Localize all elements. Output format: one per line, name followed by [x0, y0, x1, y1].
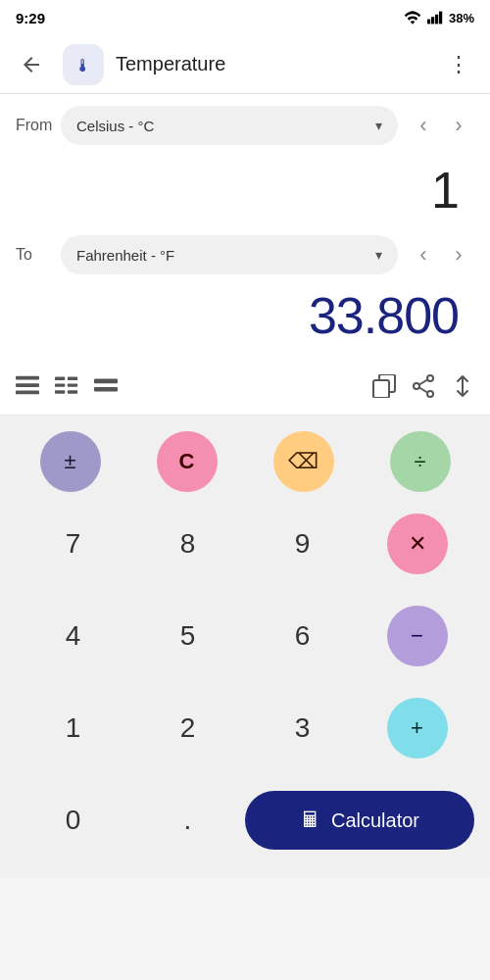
svg-rect-0	[427, 20, 430, 24]
key-decimal[interactable]: .	[130, 776, 245, 864]
key-3[interactable]: 3	[245, 684, 360, 772]
to-prev-arrow[interactable]: ‹	[408, 239, 439, 270]
svg-rect-16	[94, 386, 118, 391]
key-clear[interactable]: C	[157, 431, 218, 492]
key-add[interactable]: +	[360, 684, 474, 772]
to-unit-selector[interactable]: Fahrenheit - °F ▾	[61, 235, 398, 274]
calculator-button[interactable]: 🖩 Calculator	[245, 791, 474, 850]
from-next-arrow[interactable]: ›	[443, 110, 474, 141]
svg-point-19	[427, 375, 433, 381]
app-icon: 🌡	[63, 44, 104, 85]
svg-rect-3	[439, 12, 442, 24]
status-icons: 38%	[404, 11, 474, 25]
calculator-btn-icon: 🖩	[300, 808, 321, 833]
svg-rect-6	[16, 375, 39, 379]
svg-rect-11	[55, 383, 65, 386]
calculator-btn-label: Calculator	[331, 809, 419, 832]
from-label: From	[16, 117, 51, 134]
keypad-row-456: 4 5 6 −	[16, 592, 474, 680]
svg-rect-18	[373, 380, 389, 398]
key-5[interactable]: 5	[130, 592, 245, 680]
list-dense-icon[interactable]	[16, 374, 39, 398]
key-9[interactable]: 9	[245, 500, 360, 588]
toolbar-left	[16, 374, 372, 398]
menu-button[interactable]: ⋮	[439, 45, 478, 84]
from-unit-selector[interactable]: Celsius - °C ▾	[61, 106, 398, 145]
toolbar	[0, 357, 490, 416]
keypad-special-row: ± C ⌫ ÷	[16, 431, 474, 492]
signal-icon	[427, 11, 443, 24]
toolbar-right	[372, 374, 474, 398]
conversion-section: From Celsius - °C ▾ ‹ › 1 To Fahrenheit …	[0, 94, 490, 357]
svg-point-20	[427, 391, 433, 397]
svg-rect-1	[431, 17, 434, 24]
key-8[interactable]: 8	[130, 500, 245, 588]
svg-rect-13	[55, 390, 65, 393]
keypad: ± C ⌫ ÷ 7 8 9 ✕ 4 5 6 − 1 2 3 + 0 . 🖩	[0, 416, 490, 878]
svg-rect-7	[16, 383, 39, 387]
status-time: 9:29	[16, 10, 45, 26]
svg-rect-8	[16, 390, 39, 394]
svg-point-21	[414, 383, 419, 389]
key-subtract[interactable]: −	[360, 592, 474, 680]
svg-line-23	[419, 387, 427, 392]
key-1[interactable]: 1	[16, 684, 130, 772]
to-dropdown-arrow: ▾	[375, 247, 382, 263]
from-unit-text: Celsius - °C	[76, 118, 154, 134]
svg-rect-15	[94, 378, 118, 383]
key-2[interactable]: 2	[130, 684, 245, 772]
wifi-icon	[404, 11, 421, 24]
svg-rect-12	[68, 383, 77, 386]
status-bar: 9:29 38%	[0, 0, 490, 35]
to-label: To	[16, 246, 51, 264]
key-multiply[interactable]: ✕	[360, 500, 474, 588]
key-6[interactable]: 6	[245, 592, 360, 680]
input-display: 1	[16, 157, 474, 227]
key-0[interactable]: 0	[16, 776, 130, 864]
list-single-icon[interactable]	[94, 374, 118, 398]
svg-rect-2	[435, 15, 438, 24]
svg-rect-9	[55, 376, 65, 379]
svg-rect-14	[68, 390, 77, 393]
keypad-row-123: 1 2 3 +	[16, 684, 474, 772]
to-nav-arrows: ‹ ›	[408, 239, 474, 270]
output-display: 33.800	[16, 282, 474, 357]
to-row: To Fahrenheit - °F ▾ ‹ ›	[16, 227, 474, 282]
swap-button[interactable]	[451, 374, 474, 398]
share-button[interactable]	[412, 374, 435, 398]
keypad-bottom-row: 0 . 🖩 Calculator	[16, 776, 474, 864]
battery-text: 38%	[449, 11, 474, 25]
to-next-arrow[interactable]: ›	[443, 239, 474, 270]
svg-rect-10	[68, 376, 77, 379]
key-4[interactable]: 4	[16, 592, 130, 680]
copy-button[interactable]	[372, 374, 396, 398]
key-7[interactable]: 7	[16, 500, 130, 588]
key-plus-minus[interactable]: ±	[40, 431, 101, 492]
keypad-row-789: 7 8 9 ✕	[16, 500, 474, 588]
to-unit-text: Fahrenheit - °F	[76, 247, 174, 264]
from-row: From Celsius - °C ▾ ‹ ›	[16, 94, 474, 157]
from-nav-arrows: ‹ ›	[408, 110, 474, 141]
svg-line-22	[419, 379, 427, 384]
app-bar: 🌡 Temperature ⋮	[0, 35, 490, 94]
key-divide[interactable]: ÷	[390, 431, 451, 492]
from-prev-arrow[interactable]: ‹	[408, 110, 439, 141]
key-backspace[interactable]: ⌫	[273, 431, 334, 492]
app-title: Temperature	[116, 53, 427, 75]
back-button[interactable]	[12, 45, 51, 84]
from-dropdown-arrow: ▾	[375, 118, 382, 133]
list-two-col-icon[interactable]	[55, 374, 78, 398]
svg-text:🌡: 🌡	[74, 56, 92, 75]
